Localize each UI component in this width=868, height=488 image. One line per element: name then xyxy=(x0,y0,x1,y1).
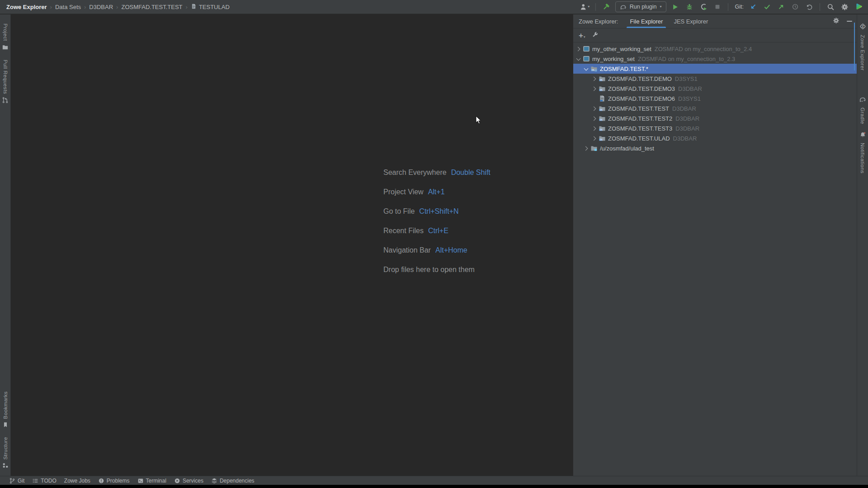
statusbar-zowe-jobs[interactable]: Zowe Jobs xyxy=(64,478,90,484)
add-icon[interactable]: +▾ xyxy=(579,32,585,39)
shortcut-link[interactable]: Ctrl+Shift+N xyxy=(419,207,458,216)
history-clock-icon[interactable] xyxy=(790,2,800,12)
working-set-icon xyxy=(583,55,590,62)
shortcut-link[interactable]: Alt+1 xyxy=(428,188,445,197)
breadcrumb-data-sets[interactable]: Data Sets xyxy=(55,4,81,10)
svg-text:Z: Z xyxy=(862,25,863,28)
tree-row-dataset[interactable]: DS ZOSMFAD.TEST.TEST2 D3DBAR xyxy=(573,113,857,123)
tab-jes-explorer[interactable]: JES Explorer xyxy=(668,14,713,28)
breadcrumb-dataset[interactable]: ZOSMFAD.TEST.TEST xyxy=(121,4,182,10)
chevron-down-icon[interactable] xyxy=(575,58,582,60)
problems-icon xyxy=(98,478,104,484)
git-commit-check-icon[interactable] xyxy=(762,2,772,12)
sidebar-item-notifications[interactable]: Notifications xyxy=(859,131,866,174)
sidebar-item-structure[interactable]: Structure xyxy=(2,437,9,470)
breadcrumb-separator: › xyxy=(116,4,118,10)
sidebar-item-zowe-explorer[interactable]: Z Zowe Explorer xyxy=(859,23,867,70)
sidebar-item-project[interactable]: Project xyxy=(2,23,9,52)
zowe-explorer-panel: Zowe Explorer: File Explorer JES Explore… xyxy=(573,14,857,476)
tree-row-dataset[interactable]: DS ZOSMFAD.TEST.TEST D3DBAR xyxy=(573,103,857,113)
stop-icon[interactable] xyxy=(712,2,722,12)
wrench-settings-icon[interactable] xyxy=(592,31,599,40)
status-bar: Git TODO Zowe Jobs Problems Terminal Ser… xyxy=(0,476,868,485)
gradle-elephant-icon xyxy=(859,96,866,105)
panel-settings-gear-icon[interactable] xyxy=(833,17,840,25)
statusbar-dependencies[interactable]: Dependencies xyxy=(211,478,255,484)
panel-minimize-icon[interactable] xyxy=(847,21,852,22)
shortcut-link[interactable]: Double Shift xyxy=(451,168,491,177)
sequential-dataset-icon xyxy=(599,95,606,102)
build-hammer-icon[interactable] xyxy=(601,2,611,12)
toolbar-divider xyxy=(728,3,728,11)
debug-icon[interactable] xyxy=(684,2,694,12)
git-push-icon[interactable] xyxy=(776,2,786,12)
bookmark-icon xyxy=(2,422,9,430)
dataset-tree: my_other_working_set ZOSMFAD on my_conne… xyxy=(573,42,857,153)
tree-row-dataset-mask-selected[interactable]: DS ZOSMFAD.TEST.* xyxy=(573,64,857,74)
statusbar-terminal[interactable]: Terminal xyxy=(137,478,166,484)
tree-row-dataset[interactable]: DS ZOSMFAD.TEST.ULAD D3DBAR xyxy=(573,133,857,143)
terminal-icon xyxy=(137,478,144,484)
svg-text:DS: DS xyxy=(599,129,602,131)
tree-row-working-set[interactable]: my_working_set ZOSMFAD on my_connection_… xyxy=(573,54,857,64)
chevron-right-icon[interactable] xyxy=(591,87,598,90)
hint-recent-files: Recent Files Ctrl+E xyxy=(383,226,491,235)
right-tool-stripe: Z Zowe Explorer Gradle Notifications xyxy=(857,14,868,476)
statusbar-git[interactable]: Git xyxy=(9,478,24,484)
dependencies-layers-icon xyxy=(211,478,217,484)
chevron-right-icon[interactable] xyxy=(591,107,598,110)
structure-icon xyxy=(2,462,9,470)
dataset-pds-icon: DS xyxy=(599,105,606,112)
tab-file-explorer[interactable]: File Explorer xyxy=(624,14,668,28)
svg-text:DS: DS xyxy=(599,89,602,91)
svg-text:DS: DS xyxy=(599,119,602,121)
run-with-coverage-icon[interactable] xyxy=(698,2,708,12)
shortcut-link[interactable]: Ctrl+E xyxy=(428,226,448,235)
run-icon[interactable] xyxy=(670,2,680,12)
bottom-black-strip xyxy=(0,485,868,488)
sidebar-item-gradle[interactable]: Gradle xyxy=(859,96,866,124)
toolbar-divider xyxy=(820,3,820,11)
project-folder-icon xyxy=(2,44,9,52)
chevron-right-icon[interactable] xyxy=(591,137,598,140)
git-update-icon[interactable] xyxy=(748,2,758,12)
dataset-pds-icon: DS xyxy=(599,115,606,122)
breadcrumb-volume[interactable]: D3DBAR xyxy=(89,4,113,10)
sidebar-item-bookmarks[interactable]: Bookmarks xyxy=(2,391,9,430)
search-everywhere-icon[interactable] xyxy=(826,2,835,12)
tree-row-working-set[interactable]: my_other_working_set ZOSMFAD on my_conne… xyxy=(573,44,857,54)
dataset-pds-icon: DS xyxy=(599,125,606,132)
chevron-right-icon[interactable] xyxy=(591,117,598,120)
top-bar: Zowe Explorer › Data Sets › D3DBAR › ZOS… xyxy=(0,0,868,14)
breadcrumb-member[interactable]: TESTULAD xyxy=(191,3,230,11)
settings-gear-icon[interactable] xyxy=(840,2,849,12)
shortcut-link[interactable]: Alt+Home xyxy=(435,246,467,255)
tree-row-sequential-dataset[interactable]: ZOSMFAD.TEST.DEMO6 D3SYS1 xyxy=(573,94,857,103)
tree-row-dataset[interactable]: DS ZOSMFAD.TEST.DEMO3 D3DBAR xyxy=(573,84,857,94)
rollback-undo-icon[interactable] xyxy=(804,2,814,12)
learn-plugin-colorful-icon[interactable] xyxy=(854,2,863,12)
tree-row-uss-path[interactable]: /u/zosmfad/ulad_test xyxy=(573,143,857,153)
chevron-down-icon[interactable] xyxy=(583,68,590,70)
git-branch-icon xyxy=(9,478,15,484)
chevron-right-icon[interactable] xyxy=(583,147,590,150)
dataset-pds-icon: DS xyxy=(599,85,606,92)
pull-request-icon xyxy=(2,97,9,105)
user-account-icon[interactable]: ▾ xyxy=(580,2,590,12)
breadcrumb-zowe-explorer[interactable]: Zowe Explorer xyxy=(6,4,47,10)
working-set-icon xyxy=(583,45,590,52)
chevron-right-icon[interactable] xyxy=(575,47,582,51)
sidebar-item-pull-requests[interactable]: Pull Requests xyxy=(2,60,9,105)
statusbar-todo[interactable]: TODO xyxy=(32,478,56,484)
chevron-right-icon[interactable] xyxy=(591,77,598,80)
hint-go-to-file: Go to File Ctrl+Shift+N xyxy=(383,207,491,216)
tree-row-dataset[interactable]: DS ZOSMFAD.TEST.DEMO D3SYS1 xyxy=(573,74,857,84)
hint-navigation-bar: Navigation Bar Alt+Home xyxy=(383,246,491,255)
run-configuration-select[interactable]: Run plugin ▾ xyxy=(615,1,666,12)
chevron-right-icon[interactable] xyxy=(591,127,598,130)
statusbar-problems[interactable]: Problems xyxy=(98,478,130,484)
tree-row-dataset[interactable]: DS ZOSMFAD.TEST.TEST3 D3DBAR xyxy=(573,123,857,133)
dataset-pds-icon: DS xyxy=(599,75,606,82)
hint-drop-files: Drop files here to open them xyxy=(383,265,491,274)
statusbar-services[interactable]: Services xyxy=(174,478,203,484)
